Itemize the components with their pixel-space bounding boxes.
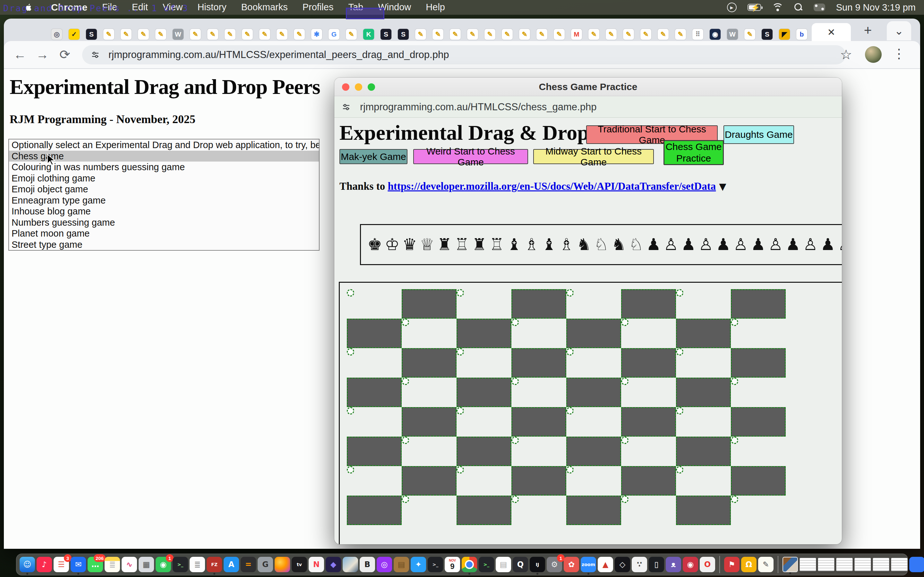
app-store-icon[interactable]: A [224,557,239,572]
pinned-tab-k[interactable]: K [363,29,374,40]
listbox-option[interactable]: Emoji object game [9,184,319,195]
chess-piece[interactable]: ♛ [401,227,418,262]
pinned-tab-rjm[interactable]: ✎ [623,29,634,40]
board-square[interactable] [402,289,457,319]
messages-icon[interactable]: …206 [87,557,103,572]
board-square[interactable] [457,378,511,407]
minimized-photo-icon[interactable] [782,557,798,572]
opera-icon[interactable]: O [700,557,715,572]
board-square[interactable] [676,348,683,356]
board-square[interactable] [402,319,409,326]
pinned-tab-rjm[interactable]: ✎ [242,29,253,40]
board-square[interactable] [347,289,354,297]
terminal-3-icon[interactable]: >_ [479,557,494,572]
chess-piece[interactable]: ♖ [488,227,505,262]
menu-item-help[interactable]: Help [418,2,452,13]
minimize-window-button[interactable] [355,83,362,91]
minimized-window-icon[interactable] [818,558,835,571]
pinned-tab-rjm[interactable]: ✎ [155,29,166,40]
board-square[interactable] [457,319,511,348]
system-settings-icon[interactable]: ⚙1 [547,557,562,572]
board-square[interactable] [621,378,628,385]
board-square[interactable] [621,348,676,378]
board-square[interactable] [731,407,786,437]
chess-piece[interactable]: ♖ [453,227,471,262]
pinned-tab-rjm[interactable]: ✎ [744,29,755,40]
pinned-tab-rjm[interactable]: ✎ [536,29,548,40]
board-square[interactable] [511,496,519,503]
lightbulb-icon[interactable]: Ω [741,557,756,572]
chess-piece[interactable]: ♟ [645,227,662,262]
reload-button[interactable]: ⟳ [56,45,74,63]
calculator-icon[interactable]: = [241,557,256,572]
board-square[interactable] [457,437,511,466]
preview-photo-icon[interactable] [342,557,358,572]
pinned-tab-rjm[interactable]: ✎ [121,29,132,40]
pinned-tab-sbs[interactable]: ◤ [779,29,790,40]
board-square[interactable] [566,319,621,348]
gimp-icon[interactable]: G [258,557,273,572]
board-square[interactable] [731,466,786,496]
art-palette-icon[interactable]: ✿ [564,557,579,572]
listbox-option[interactable]: Planet moon game [9,228,319,239]
menu-item-bookmarks[interactable]: Bookmarks [234,2,295,13]
terminal-2-icon[interactable]: >_ [428,557,443,572]
pinned-tab-rjm[interactable]: ✎ [554,29,565,40]
chess-piece[interactable]: ♘ [593,227,610,262]
board-square[interactable] [621,437,628,444]
board-square[interactable] [457,407,464,414]
pinned-tab-rjm[interactable]: ✎ [485,29,495,40]
board-square[interactable] [402,496,409,503]
pinned-tab-google[interactable]: G [328,29,339,40]
chess-piece[interactable]: ♞ [575,227,593,262]
board-square[interactable] [347,466,354,474]
board-square[interactable] [457,289,464,297]
pinned-tab-s[interactable]: S [398,29,409,40]
pinned-tab-rjm[interactable]: ✎ [433,29,443,40]
board-square[interactable] [457,466,464,474]
board-square[interactable] [731,319,738,326]
pinned-tab-s[interactable]: S [86,29,97,40]
chess-piece[interactable]: ♔ [383,227,401,262]
iphone-mirroring-icon[interactable]: ▯ [649,557,664,572]
close-icon[interactable]: ✕ [827,27,835,38]
pinned-tab-gmail[interactable]: M [571,29,582,40]
notes-pen-icon[interactable]: ✎ [758,557,774,572]
board-square[interactable] [347,496,402,525]
board-square[interactable] [676,437,731,466]
minimized-window-icon[interactable] [800,558,816,571]
board-square[interactable] [676,496,731,525]
textedit-icon[interactable]: ≣ [190,557,205,572]
pinned-tab-wp[interactable]: W [727,29,738,40]
board-square[interactable] [457,348,464,356]
finder-icon[interactable]: ☺ [19,557,35,572]
pinned-tab-rjm[interactable]: ✎ [588,29,599,40]
address-bar[interactable]: rjmprogramming.com.au/HTMLCSS/experiment… [82,45,846,64]
music-icon[interactable]: ♪ [37,557,52,572]
site-settings-icon[interactable] [90,50,100,60]
listbox-option[interactable]: Numbers guessing game [9,217,319,228]
launchpad-icon[interactable]: ▦ [139,557,154,572]
pinned-tab-rjm[interactable]: ✎ [225,29,236,40]
listbox-header-option[interactable]: Optionally select an Experimental Drag a… [9,139,319,151]
chess-piece[interactable]: ♜ [436,227,453,262]
maps-triangle-icon[interactable]: ▲ [598,557,613,572]
board-square[interactable] [566,289,573,297]
obsidian-icon[interactable]: ◆ [326,557,341,572]
board-square[interactable] [511,378,519,385]
books-brown-icon[interactable]: ▤ [394,557,409,572]
red-flag-icon[interactable]: ⚑ [724,557,740,572]
gimp-light-icon[interactable]: ∵ [632,557,647,572]
dropdown-arrow-icon[interactable]: ▼ [719,181,726,192]
chess-piece[interactable]: ♝ [540,227,557,262]
pinned-tab-rjm[interactable]: ✎ [276,29,288,40]
minimized-window-icon[interactable] [836,558,853,571]
board-square[interactable] [676,407,683,414]
chess-piece[interactable]: ♟ [819,227,837,262]
back-button[interactable]: ← [11,45,29,63]
chess-piece[interactable]: ♗ [557,227,575,262]
board-square[interactable] [621,407,676,437]
board-square[interactable] [511,407,566,437]
pinned-tab-check[interactable]: ✓ [69,29,79,40]
pinned-tab-dots[interactable]: ⠿ [692,29,703,40]
